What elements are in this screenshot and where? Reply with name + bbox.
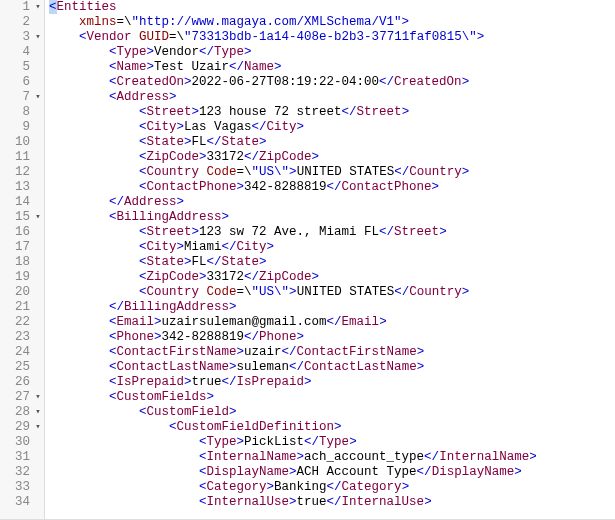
- line-number[interactable]: 2: [22, 15, 32, 30]
- code-line[interactable]: <ContactFirstName>uzair</ContactFirstNam…: [49, 345, 615, 360]
- line-number[interactable]: 12: [15, 165, 32, 180]
- fold-toggle-icon[interactable]: ▾: [32, 420, 44, 435]
- xml-tag: City: [237, 240, 267, 254]
- xml-tag: CustomFieldDefinition: [177, 420, 335, 434]
- bracket: <: [139, 270, 147, 284]
- line-number[interactable]: 11: [15, 150, 32, 165]
- line-number[interactable]: 7: [22, 90, 32, 105]
- line-number[interactable]: 31: [15, 450, 32, 465]
- bracket: >: [259, 255, 267, 269]
- line-number[interactable]: 5: [22, 60, 32, 75]
- code-line[interactable]: <Country Code=\"US\">UNITED STATES</Coun…: [49, 285, 615, 300]
- line-number[interactable]: 33: [15, 480, 32, 495]
- line-number[interactable]: 14: [15, 195, 32, 210]
- code-line[interactable]: <Email>uzairsuleman@gmail.com</Email>: [49, 315, 615, 330]
- fold-toggle-icon[interactable]: ▾: [32, 0, 44, 15]
- code-line[interactable]: <Address>: [49, 90, 615, 105]
- code-line[interactable]: <CustomFieldDefinition>: [49, 420, 615, 435]
- line-number[interactable]: 26: [15, 375, 32, 390]
- code-line[interactable]: <Street>123 house 72 street</Street>: [49, 105, 615, 120]
- line-number[interactable]: 29: [15, 420, 32, 435]
- line-number[interactable]: 8: [22, 105, 32, 120]
- bracket: >: [184, 375, 192, 389]
- code-line[interactable]: <State>FL</State>: [49, 135, 615, 150]
- line-number[interactable]: 3: [22, 30, 32, 45]
- code-line[interactable]: <ContactPhone>342-8288819</ContactPhone>: [49, 180, 615, 195]
- line-number[interactable]: 16: [15, 225, 32, 240]
- line-number[interactable]: 25: [15, 360, 32, 375]
- code-line[interactable]: <InternalUse>true</InternalUse>: [49, 495, 615, 510]
- line-number[interactable]: 24: [15, 345, 32, 360]
- line-number[interactable]: 6: [22, 75, 32, 90]
- code-line[interactable]: <DisplayName>ACH Account Type</DisplayNa…: [49, 465, 615, 480]
- code-line[interactable]: <IsPrepaid>true</IsPrepaid>: [49, 375, 615, 390]
- line-gutter[interactable]: 1▾23▾4567▾89101112131415▾161718192021222…: [0, 0, 45, 519]
- code-line[interactable]: <State>FL</State>: [49, 255, 615, 270]
- code-line[interactable]: <ContactLastName>suleman</ContactLastNam…: [49, 360, 615, 375]
- bracket: <: [199, 435, 207, 449]
- code-line[interactable]: <ZipCode>33172</ZipCode>: [49, 150, 615, 165]
- code-line[interactable]: </Address>: [49, 195, 615, 210]
- line-number[interactable]: 30: [15, 435, 32, 450]
- code-line[interactable]: xmlns=\"http://www.magaya.com/XMLSchema/…: [49, 15, 615, 30]
- code-line[interactable]: <ZipCode>33172</ZipCode>: [49, 270, 615, 285]
- bracket: >: [177, 120, 185, 134]
- code-line[interactable]: <CustomFields>: [49, 390, 615, 405]
- bracket: >: [184, 255, 192, 269]
- xml-tag: BillingAddress: [124, 300, 229, 314]
- xml-text: ACH Account Type: [297, 465, 417, 479]
- line-number[interactable]: 10: [15, 135, 32, 150]
- line-number[interactable]: 20: [15, 285, 32, 300]
- line-number[interactable]: 19: [15, 270, 32, 285]
- line-number[interactable]: 4: [22, 45, 32, 60]
- code-line[interactable]: <InternalName>ach_account_type</Internal…: [49, 450, 615, 465]
- code-line[interactable]: <BillingAddress>: [49, 210, 615, 225]
- line-number[interactable]: 28: [15, 405, 32, 420]
- code-line[interactable]: <Phone>342-8288819</Phone>: [49, 330, 615, 345]
- bracket: <: [109, 90, 117, 104]
- line-number[interactable]: 13: [15, 180, 32, 195]
- code-line[interactable]: <CustomField>: [49, 405, 615, 420]
- line-number[interactable]: 1: [22, 0, 32, 15]
- bracket: >: [229, 360, 237, 374]
- fold-toggle-icon[interactable]: ▾: [32, 390, 44, 405]
- fold-toggle-icon[interactable]: ▾: [32, 30, 44, 45]
- code-line[interactable]: <City>Miami</City>: [49, 240, 615, 255]
- bracket: </: [379, 225, 394, 239]
- code-line[interactable]: <City>Las Vagas</City>: [49, 120, 615, 135]
- code-line[interactable]: <Country Code=\"US\">UNITED STATES</Coun…: [49, 165, 615, 180]
- bracket: <: [139, 150, 147, 164]
- xml-text: PickList: [244, 435, 304, 449]
- line-number[interactable]: 23: [15, 330, 32, 345]
- code-line[interactable]: <Category>Banking</Category>: [49, 480, 615, 495]
- code-line[interactable]: <Type>Vendor</Type>: [49, 45, 615, 60]
- line-number[interactable]: 34: [15, 495, 32, 510]
- bracket: >: [289, 165, 297, 179]
- xml-tag: ZipCode: [147, 270, 200, 284]
- code-line[interactable]: <Entities: [49, 0, 615, 15]
- xml-tag: Country: [409, 285, 462, 299]
- fold-toggle-icon[interactable]: ▾: [32, 210, 44, 225]
- code-area[interactable]: <Entities xmlns=\"http://www.magaya.com/…: [45, 0, 615, 519]
- line-number[interactable]: 27: [15, 390, 32, 405]
- fold-toggle-icon[interactable]: ▾: [32, 405, 44, 420]
- line-number[interactable]: 9: [22, 120, 32, 135]
- line-number[interactable]: 32: [15, 465, 32, 480]
- code-line[interactable]: <CreatedOn>2022-06-27T08:19:22-04:00</Cr…: [49, 75, 615, 90]
- bracket: </: [394, 285, 409, 299]
- line-number[interactable]: 22: [15, 315, 32, 330]
- code-line[interactable]: <Name>Test Uzair</Name>: [49, 60, 615, 75]
- line-number[interactable]: 17: [15, 240, 32, 255]
- fold-toggle-icon[interactable]: ▾: [32, 90, 44, 105]
- line-number[interactable]: 15: [15, 210, 32, 225]
- code-line[interactable]: <Vendor GUID=\"73313bdb-1a14-408e-b2b3-3…: [49, 30, 615, 45]
- code-line[interactable]: </BillingAddress>: [49, 300, 615, 315]
- code-line[interactable]: <Street>123 sw 72 Ave., Miami FL</Street…: [49, 225, 615, 240]
- xml-attr: GUID: [139, 30, 169, 44]
- bracket: </: [199, 45, 214, 59]
- line-number[interactable]: 18: [15, 255, 32, 270]
- code-line[interactable]: <Type>PickList</Type>: [49, 435, 615, 450]
- line-number[interactable]: 21: [15, 300, 32, 315]
- bracket: >: [334, 420, 342, 434]
- xml-tag: State: [222, 135, 260, 149]
